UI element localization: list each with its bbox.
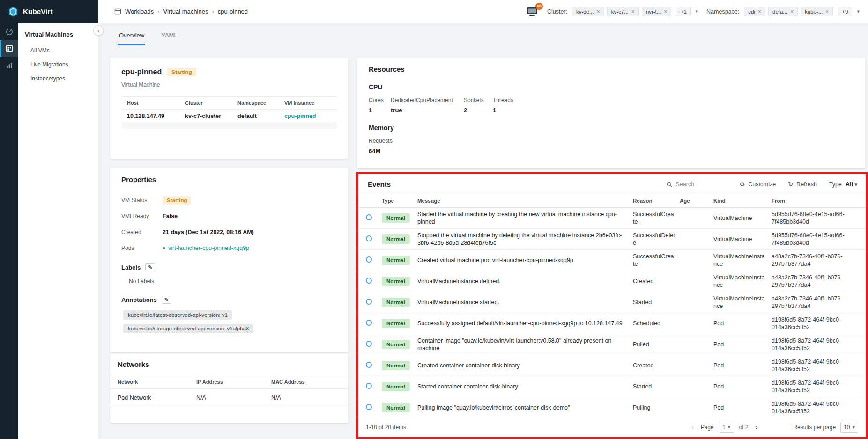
remove-icon[interactable]: × bbox=[631, 9, 635, 15]
event-row[interactable]: Normal Container image "quay.io/kubevirt… bbox=[358, 334, 866, 355]
page-value: 1 bbox=[722, 424, 726, 431]
breadcrumb-workloads[interactable]: Workloads bbox=[125, 8, 154, 15]
cluster-chip-label: nvr-t... bbox=[646, 9, 661, 15]
col-from: From bbox=[772, 198, 858, 204]
vm-summary-col-host: Host bbox=[121, 97, 179, 109]
event-type-badge: Normal bbox=[382, 403, 410, 413]
col-kind: Kind bbox=[713, 198, 772, 204]
pod-link[interactable]: virt-launcher-cpu-pinned-xgq9p bbox=[168, 245, 249, 251]
remove-icon[interactable]: × bbox=[664, 9, 667, 15]
event-row[interactable]: Normal VirtualMachineInstance started. S… bbox=[358, 292, 866, 313]
tab-overview[interactable]: Overview bbox=[118, 29, 145, 45]
cluster-chip[interactable]: kv-de...× bbox=[572, 7, 604, 16]
search-input[interactable] bbox=[676, 181, 727, 188]
event-type-badge: Normal bbox=[382, 382, 410, 392]
sidebar-item[interactable]: All VMs bbox=[18, 44, 98, 58]
customize-button[interactable]: ⚙ Customize bbox=[740, 181, 776, 188]
event-row[interactable]: Normal Started container container-disk-… bbox=[358, 376, 866, 397]
dashboard-icon[interactable] bbox=[0, 23, 18, 40]
cluster-chip[interactable]: kv-c7...× bbox=[607, 7, 639, 16]
type-filter-select[interactable]: All ▾ bbox=[846, 181, 857, 188]
chevron-down-icon[interactable]: ▾ bbox=[696, 8, 698, 15]
event-row[interactable]: Normal Stopped the virtual machine by de… bbox=[358, 229, 866, 250]
edit-annotations-button[interactable]: ✎ bbox=[162, 296, 171, 304]
vm-instance-link[interactable]: cpu-pinned bbox=[284, 113, 316, 119]
event-from: 5d955d76-68e0-4e15-ad66-7f485bb3d40d bbox=[772, 232, 858, 247]
previous-page-icon[interactable]: ‹ bbox=[690, 423, 696, 431]
event-reason: Started bbox=[633, 299, 680, 306]
metrics-icon[interactable] bbox=[0, 57, 18, 74]
brand[interactable]: KubeVirt bbox=[0, 0, 98, 23]
cluster-chips: kv-de...× kv-c7...× nvr-t...× bbox=[572, 7, 671, 16]
cluster-more-chip[interactable]: +1 bbox=[676, 7, 690, 16]
event-kind: VirtualMachine bbox=[713, 235, 772, 243]
refresh-label: Refresh bbox=[796, 181, 817, 188]
vm-status-badge: Starting bbox=[167, 68, 196, 76]
sidebar-collapse-button[interactable]: ‹ bbox=[93, 25, 104, 36]
vm-summary-col-vmi: VM Instance bbox=[279, 97, 337, 109]
network-row[interactable]: Pod Network N/A N/A bbox=[110, 389, 348, 407]
event-severity-icon bbox=[366, 341, 372, 347]
virtual-machines-icon[interactable] bbox=[0, 40, 18, 57]
vm-summary-col-namespace: Namespace bbox=[232, 97, 279, 109]
namespace-chip-label: kube-... bbox=[805, 9, 823, 15]
event-from: a48a2c7b-7346-40f1-b076-297b7b377da4 bbox=[772, 253, 858, 268]
network-name: Pod Network bbox=[110, 389, 189, 407]
event-row[interactable]: Normal VirtualMachineInstance defined. C… bbox=[358, 271, 866, 292]
chevron-down-icon[interactable]: ▾ bbox=[857, 8, 860, 15]
page-select[interactable]: 1▾ bbox=[719, 422, 734, 433]
remove-icon[interactable]: × bbox=[790, 9, 794, 15]
edit-labels-button[interactable]: ✎ bbox=[145, 263, 155, 271]
pod-status-dot: ● bbox=[163, 245, 165, 250]
event-type-badge: Normal bbox=[382, 213, 410, 223]
per-page-select[interactable]: 10▾ bbox=[840, 422, 858, 433]
next-page-icon[interactable]: › bbox=[753, 423, 760, 431]
chevron-down-icon: ▾ bbox=[854, 182, 857, 187]
red-annotation-highlight: Events ⚙ Customize ↻ Refresh bbox=[356, 172, 868, 439]
cluster-filter-label: Cluster: bbox=[547, 8, 567, 15]
no-labels-text: No Labels bbox=[129, 278, 337, 285]
event-row[interactable]: Normal Created virtual machine pod virt-… bbox=[358, 250, 866, 271]
refresh-button[interactable]: ↻ Refresh bbox=[788, 181, 817, 188]
namespace-chip[interactable]: kube-...× bbox=[801, 7, 833, 16]
namespace-more-chip[interactable]: +9 bbox=[838, 7, 852, 16]
event-type-badge: Normal bbox=[382, 340, 410, 350]
event-from: d198f6d5-8a72-464f-9bc0-014a36cc5852 bbox=[772, 358, 858, 373]
namespace-chip[interactable]: cdi× bbox=[744, 7, 765, 16]
event-reason: SuccessfulCreate bbox=[633, 211, 680, 226]
namespace-chip[interactable]: defa...× bbox=[768, 7, 798, 16]
event-severity-icon bbox=[366, 256, 372, 263]
tab-yaml[interactable]: YAML bbox=[160, 29, 178, 45]
event-kind: VirtualMachineInstance bbox=[713, 274, 772, 289]
annotations-heading: Annotations bbox=[121, 296, 157, 303]
event-message: VirtualMachineInstance defined. bbox=[417, 278, 633, 285]
per-page-label: Results per page bbox=[793, 424, 836, 431]
event-row[interactable]: Normal Started the virtual machine by cr… bbox=[358, 208, 866, 229]
page-label: Page bbox=[701, 424, 714, 431]
event-severity-icon bbox=[366, 320, 372, 326]
networks-title: Networks bbox=[110, 360, 348, 368]
remove-icon[interactable]: × bbox=[597, 9, 600, 15]
cluster-chip[interactable]: nvr-t...× bbox=[642, 7, 672, 16]
top-header: KubeVirt Workloads › Virtual machines › … bbox=[0, 0, 868, 23]
vm-host-value: 10.128.147.49 bbox=[121, 110, 179, 123]
remove-icon[interactable]: × bbox=[758, 9, 761, 15]
sidebar-item[interactable]: Instancetypes bbox=[18, 72, 98, 86]
event-row[interactable]: Normal Successfully assigned default/vir… bbox=[358, 313, 866, 334]
sidebar: Virtual Machines All VMs Live Migrations… bbox=[18, 23, 98, 439]
resources-title: Resources bbox=[369, 65, 854, 73]
event-message: VirtualMachineInstance started. bbox=[417, 299, 633, 306]
console-button[interactable]: 86 bbox=[525, 6, 540, 18]
vmi-ready-value: False bbox=[163, 213, 178, 220]
refresh-icon: ↻ bbox=[788, 181, 793, 188]
event-row[interactable]: Normal Pulling image "quay.io/kubevirt/c… bbox=[358, 397, 866, 417]
remove-icon[interactable]: × bbox=[825, 9, 829, 15]
breadcrumb-virtual-machines[interactable]: Virtual machines bbox=[163, 8, 208, 15]
event-row[interactable]: Normal Created container container-disk-… bbox=[358, 355, 866, 376]
events-title: Events bbox=[368, 180, 391, 188]
event-severity-icon bbox=[366, 214, 372, 220]
event-type-badge: Normal bbox=[382, 234, 410, 244]
chevron-right-icon: › bbox=[212, 8, 214, 15]
events-search[interactable] bbox=[666, 181, 727, 188]
sidebar-item[interactable]: Live Migrations bbox=[18, 58, 98, 72]
